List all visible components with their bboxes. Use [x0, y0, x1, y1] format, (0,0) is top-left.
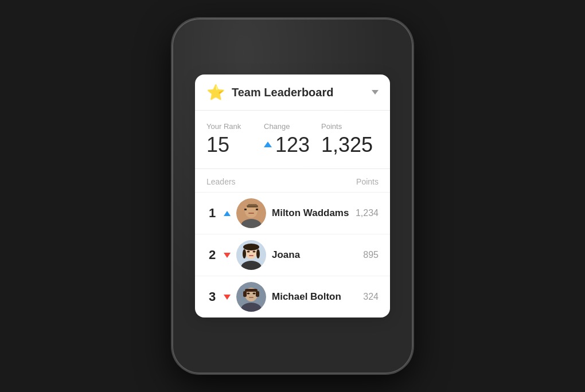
- header-left: ⭐ Team Leaderboard: [206, 85, 333, 100]
- change-arrow-up-icon: [264, 142, 272, 147]
- leader-points: 324: [363, 292, 379, 302]
- leaders-column-label: Leaders: [206, 177, 236, 186]
- leader-row: 2 Joana 895: [195, 234, 390, 276]
- stats-row: Your Rank 15 Change 123 Points 1,325: [195, 111, 390, 169]
- svg-point-15: [243, 249, 246, 258]
- star-icon: ⭐: [206, 85, 225, 100]
- points-label: Points: [321, 122, 379, 131]
- change-value: 123: [264, 133, 321, 157]
- change-label: Change: [264, 122, 321, 131]
- leaderboard-card: ⭐ Team Leaderboard Your Rank 15 Change 1…: [195, 75, 390, 317]
- svg-rect-7: [248, 204, 257, 206]
- rank-number: 3: [206, 289, 218, 304]
- change-stat: Change 123: [264, 122, 321, 157]
- rank-trend-down-icon: [224, 295, 231, 300]
- svg-rect-24: [243, 291, 247, 297]
- points-stat: Points 1,325: [321, 122, 379, 157]
- avatar: [236, 198, 266, 228]
- rank-number: 2: [206, 248, 218, 262]
- svg-rect-5: [248, 213, 254, 214]
- leader-row: 1 Milton Waddams 1,234: [195, 192, 390, 234]
- leaderboard-title: Team Leaderboard: [232, 86, 333, 99]
- points-value: 1,325: [321, 133, 379, 157]
- svg-rect-22: [249, 297, 253, 298]
- avatar: [236, 282, 266, 312]
- chevron-down-icon[interactable]: [372, 90, 379, 95]
- card-header: ⭐ Team Leaderboard: [195, 75, 390, 111]
- leader-name: Milton Waddams: [272, 207, 350, 219]
- leader-name: Michael Bolton: [272, 291, 357, 303]
- leader-points: 1,234: [356, 208, 379, 218]
- leader-points: 895: [363, 250, 379, 260]
- svg-rect-13: [249, 255, 253, 256]
- leaders-section: Leaders Points 1: [195, 169, 390, 317]
- svg-point-11: [247, 251, 250, 253]
- rank-label: Your Rank: [206, 122, 264, 131]
- points-column-label: Points: [356, 177, 379, 186]
- svg-rect-25: [256, 291, 259, 297]
- avatar: [236, 240, 266, 270]
- svg-rect-3: [244, 209, 247, 210]
- rank-trend-down-icon: [224, 253, 231, 258]
- rank-value: 15: [206, 133, 264, 157]
- rank-stat: Your Rank 15: [206, 122, 264, 157]
- svg-rect-4: [256, 209, 258, 210]
- svg-point-14: [243, 244, 259, 250]
- rank-number: 1: [206, 206, 218, 221]
- svg-point-21: [253, 293, 256, 295]
- svg-rect-23: [245, 289, 258, 292]
- svg-point-20: [247, 293, 250, 295]
- leader-name: Joana: [272, 249, 357, 261]
- rank-trend-up-icon: [224, 211, 231, 216]
- svg-point-16: [256, 249, 260, 258]
- phone-frame: ⭐ Team Leaderboard Your Rank 15 Change 1…: [172, 18, 413, 374]
- svg-point-12: [253, 251, 256, 253]
- leaders-header: Leaders Points: [195, 169, 390, 192]
- leader-row: 3 Michael Bolton 3: [195, 276, 390, 317]
